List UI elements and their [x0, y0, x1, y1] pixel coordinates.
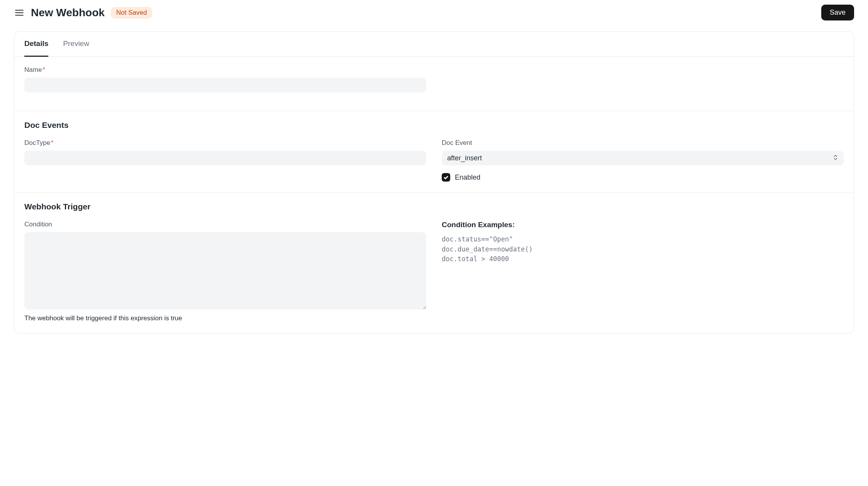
section-name: Name*	[14, 57, 854, 111]
webhook-trigger-heading: Webhook Trigger	[24, 202, 844, 211]
status-badge: Not Saved	[111, 7, 152, 19]
enabled-checkbox[interactable]	[442, 173, 450, 182]
save-button[interactable]: Save	[821, 5, 854, 20]
doc-events-heading: Doc Events	[24, 121, 844, 130]
required-star-icon: *	[43, 66, 45, 73]
page-header: New Webhook Not Saved Save	[0, 0, 868, 25]
enabled-label: Enabled	[455, 173, 480, 182]
doctype-input[interactable]	[24, 151, 426, 165]
doc-event-label: Doc Event	[442, 139, 844, 147]
condition-examples-heading: Condition Examples:	[442, 221, 844, 229]
section-webhook-trigger: Webhook Trigger Condition The webhook wi…	[14, 193, 854, 333]
condition-textarea[interactable]	[24, 232, 426, 309]
tab-details[interactable]: Details	[24, 32, 48, 57]
doc-event-select[interactable]: after_insert	[442, 151, 844, 165]
required-star-icon: *	[51, 139, 54, 146]
condition-examples-code: doc.status=="Open" doc.due_date==nowdate…	[442, 235, 844, 264]
doctype-label: DocType*	[24, 139, 426, 147]
condition-label: Condition	[24, 221, 426, 228]
name-label: Name*	[24, 66, 426, 74]
tabs: Details Preview	[14, 32, 854, 57]
page-title: New Webhook	[31, 7, 105, 19]
section-doc-events: Doc Events DocType* Doc Event after_inse…	[14, 111, 854, 193]
name-input[interactable]	[24, 78, 426, 92]
condition-help-text: The webhook will be triggered if this ex…	[24, 314, 426, 322]
hamburger-menu-icon[interactable]	[14, 7, 25, 18]
tab-preview[interactable]: Preview	[63, 32, 89, 57]
form-card: Details Preview Name* Doc Events	[14, 31, 854, 333]
